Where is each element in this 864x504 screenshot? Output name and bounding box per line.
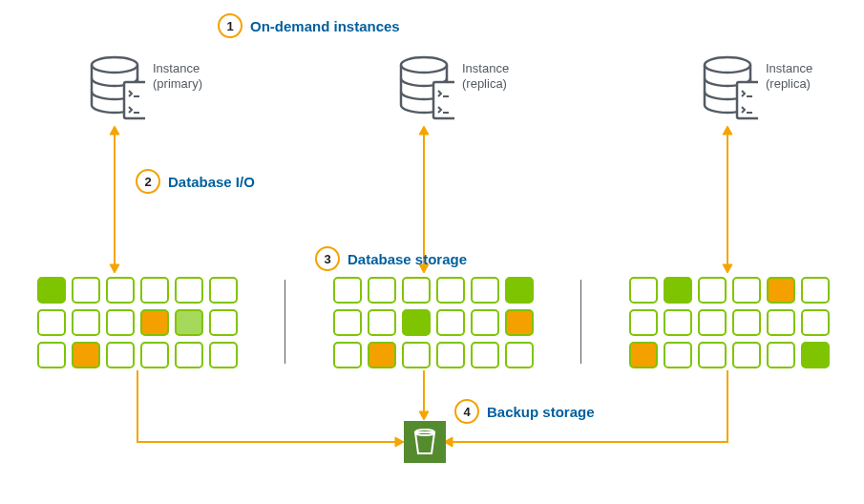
callout-backup-storage: 4 Backup storage [454, 399, 595, 424]
svg-rect-18 [404, 421, 446, 463]
svg-marker-16 [419, 411, 429, 420]
bucket-icon [404, 421, 446, 463]
callout-label-4: Backup storage [487, 404, 595, 420]
callout-number-4: 4 [454, 399, 479, 424]
svg-marker-15 [395, 437, 404, 447]
